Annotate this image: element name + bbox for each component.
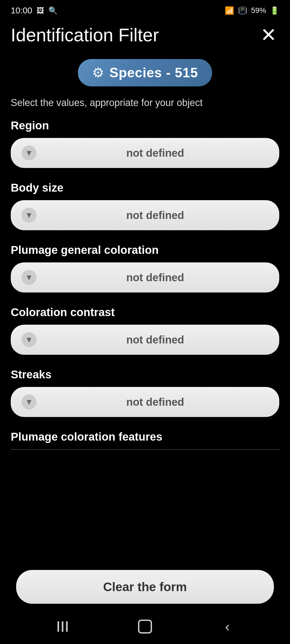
streaks-dropdown[interactable]: ▼ not defined	[11, 387, 279, 417]
plumage-coloration-features-field-group: Plumage coloration features	[11, 430, 279, 455]
header: Identification Filter ✕	[0, 19, 290, 54]
battery-icon: 🔋	[270, 6, 279, 15]
region-chevron-button: ▼	[21, 145, 37, 160]
body-size-chevron-button: ▼	[21, 208, 37, 223]
region-field-group: Region ▼ not defined	[11, 119, 279, 168]
menu-line-3	[66, 621, 68, 632]
home-square-icon	[138, 620, 152, 634]
separator-line	[11, 449, 279, 450]
close-button[interactable]: ✕	[258, 24, 279, 46]
coloration-contrast-field-group: Coloration contrast ▼ not defined	[11, 306, 279, 355]
status-bar: 10:00 🖼 🔍 📶 📳 59% 🔋	[0, 0, 290, 19]
streaks-chevron-icon: ▼	[25, 397, 33, 407]
back-chevron-icon: ‹	[225, 619, 230, 635]
nav-bar: ‹	[0, 609, 290, 644]
nav-home-button[interactable]	[132, 616, 158, 637]
body-size-chevron-icon: ▼	[25, 211, 33, 220]
streaks-value: not defined	[42, 396, 269, 408]
body-size-value: not defined	[42, 209, 269, 221]
region-value: not defined	[42, 147, 269, 159]
streaks-field-group: Streaks ▼ not defined	[11, 368, 279, 417]
subtitle-text: Select the values, appropriate for your …	[0, 94, 290, 119]
plumage-general-coloration-value: not defined	[42, 272, 269, 284]
status-left: 10:00 🖼 🔍	[11, 6, 58, 16]
main-content: Region ▼ not defined Body size ▼ not def…	[0, 119, 290, 455]
body-size-dropdown[interactable]: ▼ not defined	[11, 200, 279, 230]
plumage-general-chevron-icon: ▼	[25, 273, 33, 282]
body-size-label: Body size	[11, 181, 279, 194]
plumage-general-chevron-button: ▼	[21, 270, 37, 285]
clear-form-button[interactable]: Clear the form	[16, 570, 274, 604]
streaks-chevron-button: ▼	[21, 394, 37, 409]
coloration-contrast-label: Coloration contrast	[11, 306, 279, 319]
region-dropdown[interactable]: ▼ not defined	[11, 138, 279, 168]
menu-lines-icon	[57, 621, 68, 632]
species-badge[interactable]: ⚙ Species - 515	[78, 59, 212, 86]
plumage-general-coloration-field-group: Plumage general coloration ▼ not defined	[11, 244, 279, 292]
coloration-contrast-chevron-icon: ▼	[25, 335, 33, 344]
region-label: Region	[11, 119, 279, 132]
plumage-coloration-features-label: Plumage coloration features	[11, 430, 279, 443]
gear-icon: ⚙	[92, 65, 104, 80]
coloration-contrast-chevron-button: ▼	[21, 332, 37, 347]
coloration-contrast-dropdown[interactable]: ▼ not defined	[11, 325, 279, 355]
wifi-icon: 📶	[225, 6, 234, 15]
nav-back-button[interactable]: ‹	[214, 616, 241, 637]
signal-icon: 📳	[238, 6, 247, 15]
close-icon: ✕	[260, 25, 277, 45]
page-title: Identification Filter	[11, 25, 258, 45]
species-badge-text: Species - 515	[110, 65, 198, 80]
plumage-general-coloration-dropdown[interactable]: ▼ not defined	[11, 262, 279, 292]
menu-line-1	[57, 621, 59, 632]
region-chevron-icon: ▼	[25, 148, 33, 158]
plumage-general-coloration-label: Plumage general coloration	[11, 244, 279, 257]
clear-form-container: Clear the form	[0, 565, 290, 609]
menu-line-2	[62, 621, 63, 632]
search-status-icon: 🔍	[48, 6, 58, 15]
coloration-contrast-value: not defined	[42, 334, 269, 346]
clear-form-label: Clear the form	[103, 580, 187, 594]
battery-level: 59%	[251, 6, 266, 15]
photo-icon: 🖼	[37, 6, 44, 15]
species-badge-container: ⚙ Species - 515	[0, 54, 290, 94]
streaks-label: Streaks	[11, 368, 279, 381]
nav-menu-button[interactable]	[49, 616, 76, 637]
body-size-field-group: Body size ▼ not defined	[11, 181, 279, 230]
status-right: 📶 📳 59% 🔋	[225, 6, 279, 15]
status-time: 10:00	[11, 6, 32, 16]
